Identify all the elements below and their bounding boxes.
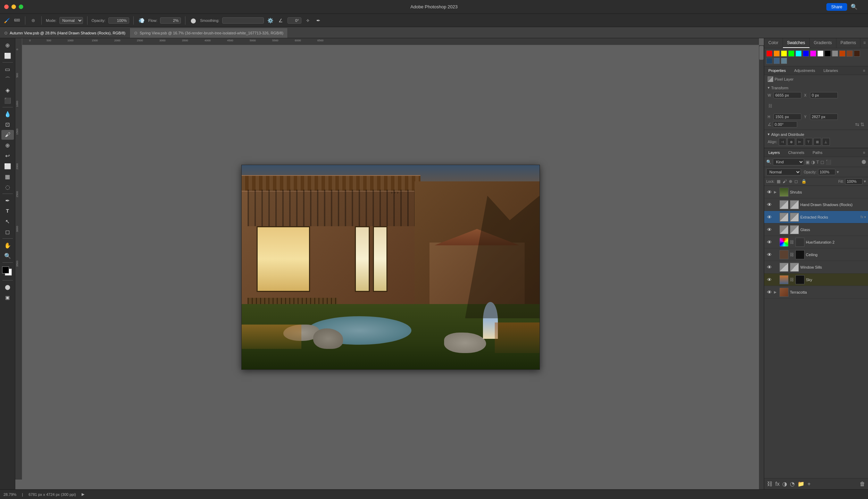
expand-shrubs-icon[interactable]: ▶	[774, 190, 778, 194]
object-select-tool[interactable]: ◈	[1, 85, 14, 95]
libraries-tab[interactable]: Libraries	[819, 66, 842, 75]
screen-mode[interactable]: ▣	[1, 293, 14, 302]
visibility-glass-icon[interactable]: 👁	[766, 227, 773, 233]
align-center-v-button[interactable]: ⊞	[813, 138, 821, 146]
artboard-tool[interactable]: ⬜	[1, 51, 14, 60]
paths-tab[interactable]: Paths	[809, 148, 827, 157]
history-brush[interactable]: ↩	[1, 151, 14, 161]
swatch[interactable]	[817, 50, 824, 57]
swatch[interactable]	[766, 50, 773, 57]
filter-type-icon[interactable]: T	[816, 159, 819, 165]
symmetry-icon[interactable]: ⟡	[304, 17, 312, 24]
filter-toggle[interactable]	[862, 160, 866, 164]
clone-stamp[interactable]: ⊕	[1, 140, 14, 150]
lock-artboard-icon[interactable]: ◻	[794, 179, 798, 184]
marquee-tool[interactable]: ▭	[1, 64, 14, 74]
visibility-sky-icon[interactable]: 👁	[766, 277, 773, 283]
settings-icon[interactable]: ⚙️	[267, 17, 274, 24]
gradient-tool[interactable]: ▦	[1, 172, 14, 181]
chain-link-icon[interactable]: ⛓	[768, 100, 773, 112]
properties-tab[interactable]: Properties	[764, 66, 790, 75]
add-mask-icon[interactable]: ◑	[782, 481, 787, 487]
hand-tool[interactable]: ✋	[1, 240, 14, 250]
layer-ceiling[interactable]: 👁 ⛓ Ceiling	[764, 248, 868, 261]
chain-link-ceiling-icon[interactable]: ⛓	[790, 252, 794, 257]
search-icon[interactable]: 🔍	[851, 3, 858, 10]
eraser-tool[interactable]: ⬜	[1, 161, 14, 171]
new-group-icon[interactable]: 📁	[798, 481, 804, 487]
smoothing-input[interactable]	[222, 17, 264, 24]
align-center-h-button[interactable]: ⊕	[787, 138, 795, 146]
swatch[interactable]	[788, 50, 794, 57]
adjustments-tab[interactable]: Adjustments	[790, 66, 819, 75]
visibility-windowsills-icon[interactable]: 👁	[766, 264, 773, 270]
crop-tool[interactable]: ⬛	[1, 96, 14, 105]
visibility-huesat-icon[interactable]: 👁	[766, 239, 773, 245]
swatch[interactable]	[810, 50, 816, 57]
close-button[interactable]	[4, 5, 9, 9]
height-input[interactable]: 1501 px	[774, 114, 801, 120]
lock-transparent-icon[interactable]: ▦	[777, 179, 781, 184]
lasso-tool[interactable]: ⌒	[1, 75, 14, 84]
layer-sky[interactable]: 👁 ⛓ Sky	[764, 273, 868, 286]
eyedropper-tool[interactable]: 💧	[1, 109, 14, 119]
layer-window-sills[interactable]: 👁 Window Sills	[764, 261, 868, 273]
path-selection[interactable]: ↖	[1, 216, 14, 226]
y-input[interactable]: 2827 px	[810, 114, 838, 120]
opacity-value-input[interactable]: 100%	[818, 169, 835, 175]
patterns-tab[interactable]: Patterns	[836, 38, 861, 48]
swatch[interactable]	[781, 50, 787, 57]
angle-input[interactable]	[287, 17, 301, 24]
zoom-tool[interactable]: 🔍	[1, 251, 14, 261]
filter-shape-icon[interactable]: ◻	[820, 159, 824, 165]
layers-list[interactable]: 👁 ▶ Shrubs 👁 Hand Drawn Shadows (Rocks)	[764, 186, 868, 478]
align-right-button[interactable]: ⊢	[796, 138, 804, 146]
align-header[interactable]: ▾ Align and Distribute	[768, 132, 865, 137]
pressure-icon[interactable]: ✒	[315, 17, 322, 24]
maximize-button[interactable]	[19, 5, 23, 9]
layer-shrubs[interactable]: 👁 ▶ Shrubs	[764, 186, 868, 198]
filter-kind-dropdown[interactable]: Kind Name Effect Mode Attribute Color Sm…	[773, 158, 804, 165]
layer-terracotta[interactable]: 👁 ▶ Terracotta	[764, 286, 868, 298]
flow-input[interactable]: 2%	[160, 17, 181, 24]
filter-smart-icon[interactable]: ⬛	[826, 159, 831, 165]
panel-menu-icon[interactable]: ≡	[860, 38, 868, 48]
vertical-scrollbar[interactable]	[759, 45, 764, 489]
chain-link-layer-icon[interactable]: ⛓	[790, 240, 794, 245]
visibility-rocks-icon[interactable]: 👁	[766, 214, 773, 220]
shape-tool[interactable]: ◻	[1, 227, 14, 237]
opacity-input[interactable]: 100%	[108, 17, 129, 24]
lock-image-icon[interactable]: 🖌	[783, 179, 787, 184]
fill-dropdown-icon[interactable]: ▾	[864, 179, 866, 184]
minimize-button[interactable]	[11, 5, 16, 9]
filter-adjust-icon[interactable]: ◑	[811, 159, 815, 165]
props-menu-icon[interactable]: ≡	[860, 66, 868, 75]
artwork-canvas[interactable]: 𝓿 𝓿 𝓿	[241, 165, 540, 370]
swatch[interactable]	[803, 50, 809, 57]
canvas-area[interactable]: 0 500 1000 1500 2000 2500 3000 3500 4000…	[15, 38, 764, 489]
visibility-shrubs-icon[interactable]: 👁	[766, 189, 773, 195]
visibility-shadows-icon[interactable]: 👁	[766, 202, 773, 208]
swatch[interactable]	[795, 50, 802, 57]
lock-all-icon[interactable]: 🔒	[801, 179, 807, 184]
angle-transform-input[interactable]: 0.00°	[773, 121, 797, 128]
flip-h-icon[interactable]: ⇆	[855, 122, 859, 127]
tab-spring[interactable]: ⊙ Spring View.psb @ 16.7% (3d-render-bru…	[130, 28, 288, 38]
swatches-tab[interactable]: Swatches	[783, 38, 810, 48]
pen-tool[interactable]: ✒	[1, 196, 14, 205]
expand-terracotta-icon[interactable]: ▶	[774, 290, 778, 294]
canvas-image[interactable]: 𝓿 𝓿 𝓿	[22, 45, 759, 489]
layer-rocks-fx[interactable]: fx ▾	[860, 215, 866, 219]
layer-extracted-rocks[interactable]: 👁 Extracted Rocks fx ▾	[764, 211, 868, 223]
transform-header[interactable]: ▾ Transform	[768, 85, 865, 90]
visibility-ceiling-icon[interactable]: 👁	[766, 252, 773, 258]
type-tool[interactable]: T	[1, 206, 14, 216]
layer-glass[interactable]: 👁 Glass	[764, 223, 868, 236]
flip-v-icon[interactable]: ⇅	[860, 122, 865, 127]
flow-toggle-icon[interactable]: ⬤	[190, 17, 197, 24]
layer-hue-sat[interactable]: 👁 ⛓ Hue/Saturation 2	[764, 236, 868, 248]
layer-hand-drawn-shadows[interactable]: 👁 Hand Drawn Shadows (Rocks)	[764, 198, 868, 211]
filter-pixel-icon[interactable]: ▣	[806, 159, 810, 165]
visibility-terracotta-icon[interactable]: 👁	[766, 289, 773, 295]
mode-dropdown[interactable]: Normal Multiply Screen	[59, 17, 83, 24]
